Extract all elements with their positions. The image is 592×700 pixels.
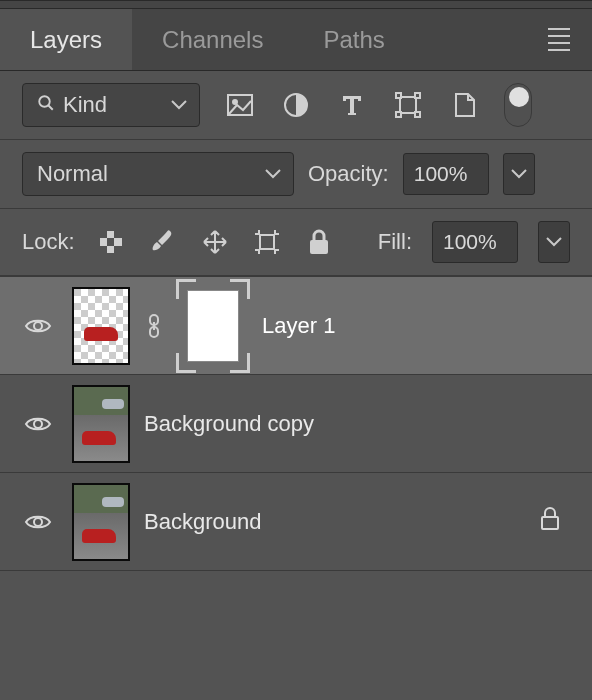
svg-rect-24: [542, 517, 558, 529]
lock-icon: [540, 507, 560, 536]
visibility-toggle[interactable]: [18, 513, 58, 531]
svg-rect-5: [400, 97, 416, 113]
layer-thumbnail[interactable]: [72, 483, 130, 561]
svg-rect-11: [100, 231, 107, 238]
svg-line-1: [48, 105, 53, 110]
fill-dropdown-button[interactable]: [538, 221, 570, 263]
lock-row: Lock: Fill: 100%: [0, 209, 592, 276]
filter-type-icon[interactable]: [336, 89, 368, 121]
search-icon: [37, 92, 55, 118]
lock-brush-icon[interactable]: [147, 226, 179, 258]
visibility-toggle[interactable]: [18, 415, 58, 433]
chevron-down-icon: [265, 169, 281, 179]
filter-row: Kind: [0, 71, 592, 140]
filter-shape-icon[interactable]: [392, 89, 424, 121]
layer-row[interactable]: Background copy: [0, 374, 592, 472]
layer-thumbnail[interactable]: [72, 385, 130, 463]
svg-rect-8: [396, 112, 401, 117]
filter-smartobject-icon[interactable]: [448, 89, 480, 121]
filter-adjustment-icon[interactable]: [280, 89, 312, 121]
layer-mask-thumbnail[interactable]: [178, 281, 248, 371]
svg-point-23: [34, 518, 42, 526]
layer-thumbnail[interactable]: [72, 287, 130, 365]
layer-name[interactable]: Background copy: [144, 411, 314, 437]
svg-rect-14: [100, 246, 107, 253]
lock-transparency-icon[interactable]: [95, 226, 127, 258]
tab-channels[interactable]: Channels: [132, 9, 293, 70]
tab-layers[interactable]: Layers: [0, 9, 132, 70]
layer-name[interactable]: Layer 1: [262, 313, 335, 339]
tab-paths[interactable]: Paths: [293, 9, 414, 70]
svg-point-3: [233, 100, 237, 104]
lock-all-icon[interactable]: [303, 226, 335, 258]
chevron-down-icon: [171, 100, 187, 110]
svg-point-0: [39, 96, 50, 107]
panel-menu-button[interactable]: [542, 28, 592, 51]
link-icon: [144, 314, 164, 338]
visibility-toggle[interactable]: [18, 317, 58, 335]
opacity-dropdown-button[interactable]: [503, 153, 535, 195]
svg-rect-15: [114, 246, 122, 253]
svg-rect-16: [260, 235, 274, 249]
svg-rect-7: [415, 93, 420, 98]
blend-mode-select[interactable]: Normal: [22, 152, 294, 196]
fill-label: Fill:: [378, 229, 412, 255]
svg-rect-12: [114, 231, 122, 238]
svg-rect-13: [107, 238, 114, 246]
svg-rect-9: [415, 112, 420, 117]
lock-label: Lock:: [22, 229, 75, 255]
layer-name[interactable]: Background: [144, 509, 261, 535]
blend-mode-value: Normal: [37, 161, 108, 187]
panel-tabs: Layers Channels Paths: [0, 9, 592, 71]
lock-artboard-icon[interactable]: [251, 226, 283, 258]
filter-pixel-icon[interactable]: [224, 89, 256, 121]
layer-list: Layer 1 Background copy Background: [0, 276, 592, 570]
svg-point-22: [34, 420, 42, 428]
fill-input[interactable]: 100%: [432, 221, 518, 263]
layer-row[interactable]: Background: [0, 472, 592, 570]
blend-row: Normal Opacity: 100%: [0, 140, 592, 209]
svg-point-18: [34, 322, 42, 330]
opacity-input[interactable]: 100%: [403, 153, 489, 195]
svg-rect-6: [396, 93, 401, 98]
lock-position-icon[interactable]: [199, 226, 231, 258]
filter-kind-select[interactable]: Kind: [22, 83, 200, 127]
layer-row[interactable]: Layer 1: [0, 276, 592, 374]
opacity-label: Opacity:: [308, 161, 389, 187]
filter-kind-label: Kind: [63, 92, 107, 118]
filter-toggle[interactable]: [504, 83, 532, 127]
svg-rect-17: [310, 240, 328, 254]
